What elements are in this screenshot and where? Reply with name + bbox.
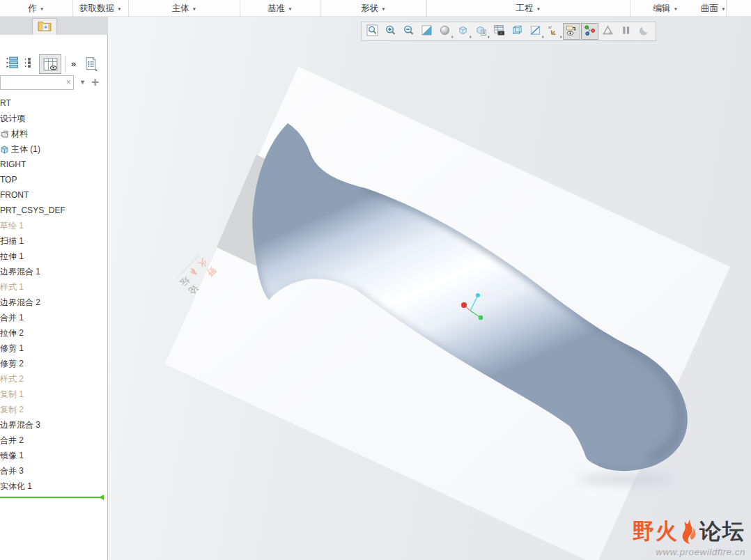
tree-toolbar: » — [0, 36, 108, 71]
tree-item[interactable]: 复制 1 — [0, 387, 106, 402]
model-tree: RT 设计项 材料 主体 (1) RIGHT TOP — [0, 95, 106, 494]
display-style-button[interactable] — [454, 23, 472, 40]
tree-item[interactable]: 样式 1 — [0, 279, 106, 295]
model-tree-tab[interactable]: ✳ — [32, 18, 57, 35]
tree-item[interactable]: TOP — [0, 172, 106, 187]
tree-item[interactable]: 合并 1 — [0, 310, 106, 325]
sections-button[interactable] — [527, 23, 544, 40]
menu-tab[interactable]: 工程 ▼ — [427, 0, 630, 17]
tree-item[interactable]: 设计项 — [0, 111, 106, 126]
body-icon — [0, 145, 9, 154]
chevron-down-icon: ▼ — [381, 6, 386, 10]
tree-item[interactable]: 拉伸 2 — [0, 325, 106, 341]
spin-center-button[interactable] — [581, 23, 598, 40]
tree-item[interactable]: 实体化 1 — [0, 479, 106, 494]
model-tree-folder-icon: ✳ — [36, 20, 53, 35]
perspective-view-icon — [511, 24, 523, 38]
svg-text:x/: x/ — [548, 24, 552, 29]
zoom-region-icon — [366, 24, 378, 38]
divider — [65, 56, 66, 72]
annotation-display-icon — [566, 24, 578, 38]
pause-icon — [620, 24, 632, 38]
object-dragger-icon — [602, 24, 614, 38]
view-manager-icon — [493, 24, 505, 38]
sections-icon — [529, 24, 541, 38]
menu-tab[interactable]: 曲面 ▼ — [701, 0, 727, 17]
menu-tab[interactable]: 编辑 ▼ — [630, 0, 701, 17]
tree-item[interactable]: PRT_CSYS_DEF — [0, 203, 106, 218]
zoom-in-icon — [385, 24, 396, 38]
tree-item[interactable]: FRONT — [0, 187, 106, 203]
tree-columns-icon — [42, 57, 59, 72]
clipping-icon — [638, 24, 650, 38]
menu-tab[interactable]: 获取数据 ▼ — [73, 0, 129, 17]
clipping-button[interactable] — [635, 23, 653, 40]
model-tree-panel: ✳ » × ▼ + — [0, 17, 108, 560]
tree-item[interactable]: 拉伸 1 — [0, 249, 106, 264]
menu-tab[interactable]: 作 ▼ — [0, 0, 73, 17]
saved-orientations-button[interactable] — [472, 23, 490, 40]
tree-item[interactable]: 材料 — [0, 126, 106, 141]
tree-search-row: × ▼ + — [0, 75, 108, 92]
repaint-icon — [421, 24, 433, 38]
zoom-in-button[interactable] — [382, 23, 399, 40]
add-button[interactable]: + — [91, 75, 99, 90]
object-dragger-button[interactable] — [599, 23, 617, 40]
tree-filter-icon[interactable] — [24, 56, 36, 72]
saved-orientations-icon — [475, 24, 487, 38]
tree-settings-icon[interactable] — [84, 56, 98, 74]
tree-item[interactable]: 修剪 1 — [0, 341, 106, 356]
svg-text:✳: ✳ — [43, 24, 48, 30]
view-toolbar: x/ — [361, 22, 656, 41]
tree-item[interactable]: 复制 2 — [0, 402, 106, 417]
annotation-display-button[interactable] — [563, 23, 580, 40]
menu-tab[interactable]: 形状 ▼ — [320, 0, 427, 17]
zoom-region-button[interactable] — [364, 23, 381, 40]
search-dropdown-icon[interactable]: ▼ — [79, 79, 86, 86]
tree-item[interactable]: 主体 (1) — [0, 141, 106, 157]
search-clear-icon[interactable]: × — [65, 77, 71, 87]
zoom-out-button[interactable] — [400, 23, 417, 40]
chevron-down-icon: ▼ — [721, 6, 726, 10]
datum-display-filters-icon: x/ — [548, 24, 559, 38]
tree-list-icon[interactable] — [6, 56, 19, 72]
tree-item[interactable]: 边界混合 2 — [0, 295, 106, 310]
chevron-down-icon: ▼ — [117, 6, 122, 10]
menu-tab[interactable]: 基准 ▼ — [240, 0, 320, 17]
ribbon-menu-bar: 作 ▼ 获取数据 ▼ 主体 ▼ 基准 ▼ 形状 ▼ 工程 ▼ 编辑 ▼ 曲面 — [0, 0, 751, 17]
pause-button[interactable] — [617, 23, 635, 40]
chevron-down-icon: ▼ — [288, 6, 293, 10]
zoom-out-icon — [403, 24, 415, 38]
tree-item[interactable]: 修剪 2 — [0, 356, 106, 371]
search-input[interactable] — [2, 77, 62, 88]
tree-item[interactable]: 镜像 1 — [0, 448, 106, 463]
tree-item[interactable]: 草绘 1 — [0, 218, 106, 233]
application-window: 作 ▼ 获取数据 ▼ 主体 ▼ 基准 ▼ 形状 ▼ 工程 ▼ 编辑 ▼ 曲面 — [0, 0, 751, 560]
tree-item[interactable]: 边界混合 1 — [0, 264, 106, 279]
tree-item[interactable]: RT — [0, 95, 106, 111]
repaint-button[interactable] — [418, 23, 435, 40]
graphics-viewport[interactable]: x/ 野火 论坛 www.proewildfire.cn — [108, 17, 751, 560]
tree-item[interactable]: 扫描 1 — [0, 233, 106, 249]
chevron-down-icon: ▼ — [40, 6, 45, 10]
tree-item[interactable]: RIGHT — [0, 157, 106, 172]
material-icon — [0, 130, 9, 139]
chevron-down-icon: ▼ — [674, 6, 679, 10]
menu-tab[interactable]: 主体 ▼ — [129, 0, 240, 17]
chevron-down-icon: ▼ — [536, 6, 541, 10]
tree-item[interactable]: 合并 3 — [0, 463, 106, 479]
datum-display-filters-button[interactable]: x/ — [545, 23, 562, 40]
view-manager-button[interactable] — [490, 23, 508, 40]
perspective-view-button[interactable] — [509, 23, 526, 40]
tree-item[interactable]: 样式 2 — [0, 371, 106, 387]
tree-item[interactable]: 边界混合 3 — [0, 417, 106, 433]
chevron-down-icon: ▼ — [192, 6, 197, 10]
tree-columns-button[interactable] — [39, 54, 61, 74]
spin-center-icon — [584, 24, 596, 38]
shading-style-button[interactable] — [436, 23, 454, 40]
overflow-chevron-icon[interactable]: » — [71, 59, 75, 69]
tree-insert-indicator[interactable] — [0, 497, 104, 498]
tree-item[interactable]: 合并 2 — [0, 433, 106, 448]
display-style-icon — [457, 24, 469, 38]
search-box: × — [0, 75, 74, 90]
